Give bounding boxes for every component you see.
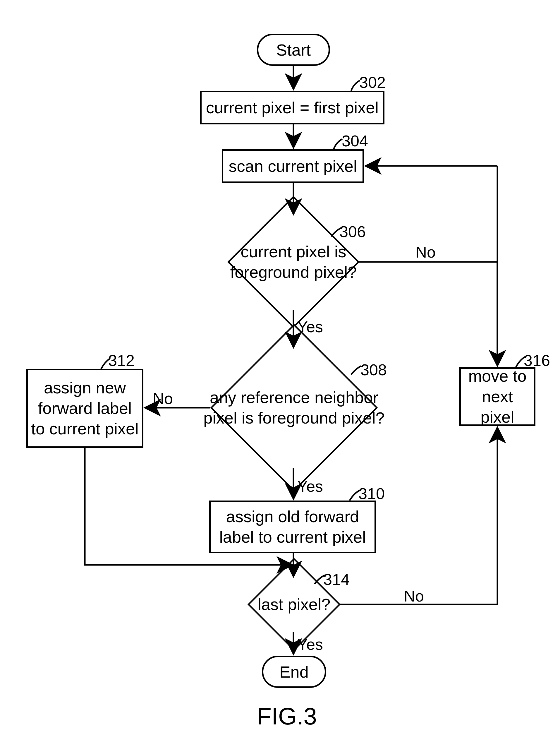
decision-306-label: current pixel is foreground pixel? [212, 242, 375, 282]
flowchart-canvas: Start current pixel = first pixel 302 sc… [0, 0, 560, 742]
ref-308: 308 [360, 361, 387, 379]
terminator-end: End [262, 656, 326, 688]
process-312: assign new forward label to current pixe… [26, 369, 144, 448]
process-310-label: assign old forward label to current pixe… [214, 507, 372, 547]
process-312-label: assign new forward label to current pixe… [31, 378, 139, 439]
label-306-no: No [415, 243, 436, 261]
label-308-yes: Yes [297, 477, 323, 495]
label-308-no: No [153, 389, 173, 408]
process-304: scan current pixel [222, 149, 364, 183]
terminator-start-label: Start [276, 40, 311, 59]
decision-314-label: last pixel? [230, 594, 359, 615]
ref-302: 302 [359, 73, 386, 91]
process-304-label: scan current pixel [229, 156, 357, 176]
process-316-label: move to next pixel [464, 366, 531, 427]
ref-310: 310 [358, 484, 385, 502]
label-314-no: No [404, 587, 424, 605]
terminator-start: Start [257, 34, 330, 66]
process-302-label: current pixel = first pixel [206, 98, 379, 118]
process-310: assign old forward label to current pixe… [209, 500, 376, 553]
ref-314: 314 [323, 570, 350, 588]
ref-304: 304 [342, 132, 368, 150]
ref-312: 312 [108, 351, 134, 369]
ref-306: 306 [339, 222, 366, 241]
decision-308-label: any reference neighbor pixel is foregrou… [202, 387, 387, 428]
figure-caption: FIG.3 [257, 702, 317, 730]
ref-316: 316 [524, 351, 550, 369]
process-302: current pixel = first pixel [200, 91, 384, 124]
process-316: move to next pixel [459, 367, 536, 426]
label-306-yes: Yes [297, 318, 323, 336]
terminator-end-label: End [279, 662, 309, 681]
label-314-yes: Yes [297, 635, 323, 653]
